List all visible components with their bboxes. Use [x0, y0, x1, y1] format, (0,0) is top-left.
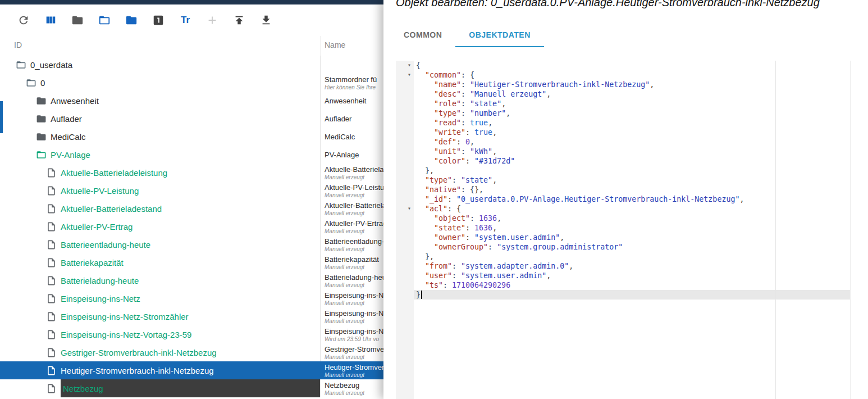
id-cell: Netzbezug — [0, 379, 321, 397]
file-icon — [46, 185, 57, 196]
name-cell: Batterieentladung-heuteManuell erzeugt — [321, 235, 383, 253]
download-icon — [260, 14, 272, 26]
object-id-label: Aktueller-Batterieladestand — [61, 204, 162, 214]
tab-objektdaten[interactable]: OBJEKTDATEN — [455, 24, 543, 47]
name-cell: BatteriekapazitätManuell erzeugt — [321, 253, 383, 271]
object-row-aktuelle-pv-leistung[interactable]: Aktuelle-PV-LeistungAktuelle-PV-Leistung… — [0, 182, 383, 200]
name-cell — [321, 56, 383, 74]
code-line: "user": "system.user.admin", — [414, 271, 850, 280]
object-desc: Manuell erzeugt — [325, 318, 383, 324]
object-row-netzbezug[interactable]: NetzbezugNetzbezugManuell erzeugt — [0, 379, 383, 397]
column-header-id[interactable]: ID — [14, 40, 22, 49]
name-cell: Gestriger-Stromverbrauch-inkl-NetzbezugM… — [321, 343, 383, 361]
id-cell: Einspeisung-ins-Netz-Stromzähler — [0, 307, 321, 325]
name-cell: Einspeisung-ins-Netz-StromzählerManuell … — [321, 307, 383, 325]
object-id-label: Einspeisung-ins-Netz — [61, 294, 140, 303]
fold-arrow-icon[interactable]: ▾ — [405, 70, 413, 80]
id-cell: Batteriekapazität — [0, 253, 321, 271]
code-line: "native": {}, — [414, 185, 850, 194]
object-name: Heutiger-Stromverbrauch-inkl-Netzbezug — [325, 363, 383, 371]
code-line: "ownerGroup": "system.group.administrato… — [414, 242, 850, 252]
object-row-aktuelle-batterieladeleistung[interactable]: Aktuelle-BatterieladeleistungAktuelle-Ba… — [0, 164, 383, 182]
column-headers: ID Name — [0, 36, 383, 56]
json-editor[interactable]: ▾▾▾ { "common": { "name": "Heutiger-Stro… — [396, 61, 851, 399]
object-row-pv-anlage[interactable]: PV-AnlagePV-Anlage — [0, 146, 383, 164]
name-cell: Einspeisung-ins-Netz-Vortag-23-59Wird um… — [321, 325, 383, 343]
code-line: "acl": { — [414, 204, 850, 214]
object-row-medicalc[interactable]: MediCalcMediCalc — [0, 128, 383, 146]
expand-depth-1-button[interactable] — [152, 13, 165, 27]
collapse-all-button[interactable] — [71, 13, 84, 27]
code-line: "type": "number", — [414, 108, 850, 118]
object-name: Netzbezug — [325, 381, 383, 389]
add-object-button[interactable] — [205, 13, 219, 27]
expand-all-button[interactable] — [98, 13, 111, 27]
object-row-gestriger-stromverbrauch-inkl-netzbezug[interactable]: Gestriger-Stromverbrauch-inkl-NetzbezugG… — [0, 343, 383, 361]
code-line: "read": true, — [414, 118, 850, 128]
object-row-aktueller-batterieladestand[interactable]: Aktueller-BatterieladestandAktueller-Bat… — [0, 200, 383, 217]
name-cell: Anwesenheit — [321, 92, 383, 110]
object-id-label: 0 — [40, 78, 45, 88]
code-line: "ts": 1710064290296 — [414, 280, 850, 290]
object-desc: Manuell erzeugt — [325, 246, 383, 252]
object-id-label: Batterieladung-heute — [61, 276, 139, 285]
view-columns-button[interactable] — [44, 13, 57, 27]
code-line: "from": "system.adapter.admin.0", — [414, 261, 850, 271]
object-id-label: PV-Anlage — [51, 150, 90, 160]
tab-common[interactable]: COMMON — [390, 24, 455, 47]
object-row-0[interactable]: 0Stammordner füHier können Sie Ihre — [0, 74, 383, 92]
code-line: { — [414, 61, 850, 70]
objects-tree: 0_userdata0Stammordner füHier können Sie… — [0, 56, 383, 399]
object-name: Stammordner fü — [325, 75, 383, 84]
app-header-strip — [0, 0, 383, 4]
object-name: Anwesenheit — [325, 97, 383, 105]
object-row-einspeisung-ins-netz-stromzähler[interactable]: Einspeisung-ins-Netz-StromzählerEinspeis… — [0, 307, 383, 325]
code-line: "_id": "0_userdata.0.PV-Anlage.Heutiger-… — [414, 194, 850, 204]
object-id-label: Heutiger-Stromverbrauch-inkl-Netzbezug — [61, 366, 214, 375]
object-row-0_userdata[interactable]: 0_userdata — [0, 56, 383, 74]
object-row-einspeisung-ins-netz[interactable]: Einspeisung-ins-NetzEinspeisung-ins-Netz… — [0, 289, 383, 307]
object-desc: Manuell erzeugt — [325, 210, 383, 216]
object-desc: Manuell erzeugt — [325, 174, 383, 180]
file-icon — [46, 329, 57, 340]
id-cell: Anwesenheit — [0, 92, 321, 110]
folder-open-icon — [16, 60, 26, 70]
object-row-heutiger-stromverbrauch-inkl-netzbezug[interactable]: Heutiger-Stromverbrauch-inkl-NetzbezugHe… — [0, 361, 383, 379]
folder-icon — [36, 96, 47, 106]
object-row-batteriekapazität[interactable]: BatteriekapazitätBatteriekapazitätManuel… — [0, 253, 383, 271]
object-name: Aktuelle-PV-Leistung — [325, 183, 383, 192]
download-button[interactable] — [259, 13, 273, 27]
object-id-label: Aktueller-PV-Ertrag — [61, 222, 133, 232]
id-cell: Heutiger-Stromverbrauch-inkl-Netzbezug — [0, 361, 321, 379]
object-row-aktueller-pv-ertrag[interactable]: Aktueller-PV-ErtragAktueller-PV-ErtragMa… — [0, 217, 383, 235]
object-row-auflader[interactable]: AufladerAuflader — [0, 110, 383, 128]
looks-one-icon — [152, 14, 165, 26]
object-id-label: MediCalc — [51, 132, 86, 142]
fold-arrow-icon[interactable]: ▾ — [405, 61, 413, 70]
object-id-label: 0_userdata — [30, 60, 72, 70]
tr-button[interactable]: Tr — [179, 13, 192, 27]
code-line: } — [414, 290, 850, 300]
fold-arrow-icon[interactable]: ▾ — [405, 204, 413, 214]
refresh-button[interactable] — [17, 13, 30, 27]
column-divider[interactable] — [321, 36, 321, 56]
object-row-batterieladung-heute[interactable]: Batterieladung-heuteBatterieladung-heute… — [0, 271, 383, 289]
object-name: Gestriger-Stromverbrauch-inkl-Netzbezug — [325, 345, 383, 353]
object-row-einspeisung-ins-netz-vortag-23-59[interactable]: Einspeisung-ins-Netz-Vortag-23-59Einspei… — [0, 325, 383, 343]
upload-button[interactable] — [232, 13, 246, 27]
id-cell: Einspeisung-ins-Netz-Vortag-23-59 — [0, 325, 321, 343]
id-cell: Batterieentladung-heute — [0, 235, 321, 253]
object-id-label: Anwesenheit — [51, 96, 99, 106]
scrollbar-thumb[interactable] — [0, 101, 3, 133]
editor-gutter: ▾▾▾ — [396, 61, 414, 399]
column-header-name[interactable]: Name — [325, 40, 345, 49]
editor-code[interactable]: { "common": { "name": "Heutiger-Stromver… — [414, 61, 850, 300]
dialog-title: Objekt bearbeiten: 0_userdata.0.PV-Anlag… — [396, 0, 820, 9]
id-cell: Gestriger-Stromverbrauch-inkl-Netzbezug — [0, 343, 321, 361]
file-icon — [46, 167, 57, 178]
object-row-batterieentladung-heute[interactable]: Batterieentladung-heuteBatterieentladung… — [0, 235, 383, 253]
object-row-anwesenheit[interactable]: AnwesenheitAnwesenheit — [0, 92, 383, 110]
expand-folders-button[interactable] — [125, 13, 138, 27]
file-icon — [46, 203, 57, 214]
text-cursor — [421, 291, 422, 299]
